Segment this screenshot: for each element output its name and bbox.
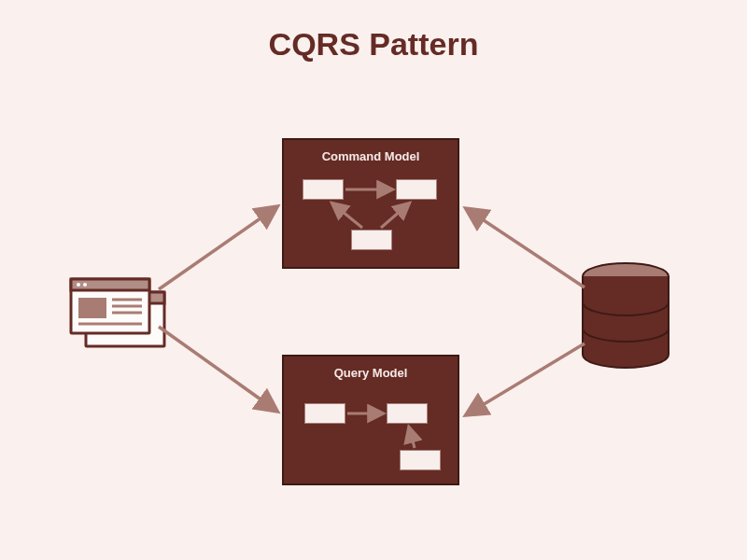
svg-line-12 [332, 203, 362, 228]
client-ui-icon [67, 275, 170, 350]
edge-db-to-query [467, 343, 585, 414]
svg-rect-6 [78, 298, 106, 318]
query-model-box: Query Model [282, 355, 459, 485]
svg-rect-3 [71, 279, 149, 290]
database-icon [579, 261, 672, 373]
svg-line-15 [409, 427, 415, 448]
diagram-title: CQRS Pattern [0, 26, 747, 63]
svg-point-4 [77, 283, 80, 287]
edge-client-to-command [159, 207, 276, 289]
svg-line-13 [381, 203, 409, 228]
edge-client-to-query [159, 327, 276, 411]
edge-db-to-command [467, 209, 585, 287]
command-model-box: Command Model [282, 138, 459, 269]
svg-point-5 [83, 283, 87, 287]
